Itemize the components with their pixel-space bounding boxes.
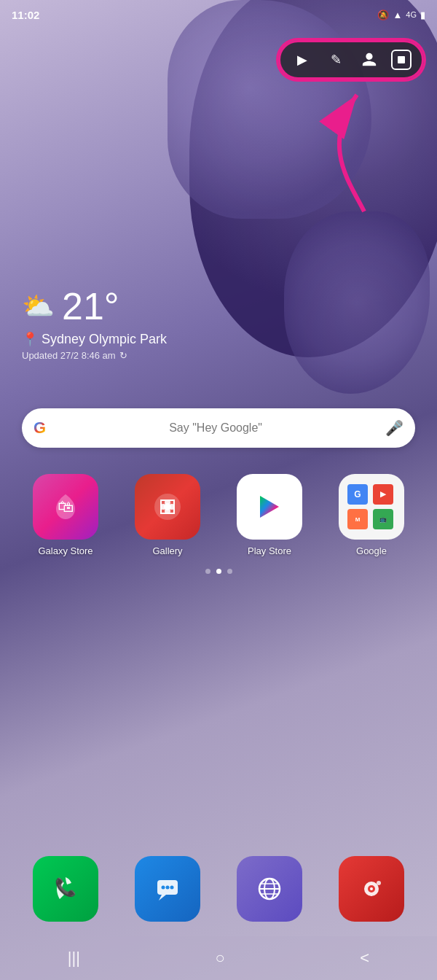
location-pin-icon: 📍	[22, 331, 38, 347]
camera-icon	[339, 856, 404, 922]
app-grid: 🛍 Galaxy Store Gallery	[0, 474, 437, 556]
toolbar-container: ▶ ✎	[278, 40, 424, 79]
google-logo: G	[34, 419, 46, 438]
recent-apps-button[interactable]: |||	[68, 949, 80, 968]
svg-point-22	[377, 881, 381, 885]
battery-icon: ▮	[420, 9, 425, 20]
edit-button[interactable]: ✎	[324, 48, 347, 71]
navigation-bar: ||| ○ <	[0, 936, 437, 980]
dock-item-internet[interactable]	[237, 856, 302, 922]
status-time: 11:02	[12, 9, 39, 21]
google-label: Google	[356, 545, 387, 556]
back-button[interactable]: <	[360, 949, 369, 968]
pink-arrow	[291, 73, 393, 222]
svg-point-7	[164, 503, 171, 510]
gallery-icon	[135, 474, 200, 540]
play-store-icon	[237, 474, 302, 540]
status-bar: 11:02 🔕 ▲ 4G ▮	[0, 0, 437, 29]
contact-button[interactable]	[358, 48, 381, 71]
weather-updated: Updated 27/2 8:46 am ↻	[22, 350, 167, 361]
dock-item-camera[interactable]	[339, 856, 404, 922]
google-search-bar[interactable]: G Say "Hey Google" 🎤	[22, 408, 415, 448]
mute-icon: 🔕	[377, 9, 389, 20]
signal-icon: 4G	[406, 10, 417, 19]
expand-button[interactable]: ▶	[291, 48, 314, 71]
svg-point-13	[170, 886, 174, 890]
dock: 📞	[0, 856, 437, 922]
app-item-google[interactable]: G ▶ M 📺 Google	[339, 474, 404, 556]
weather-widget: ⛅ 21° 📍 Sydney Olympic Park Updated 27/2…	[22, 284, 167, 361]
app-item-gallery[interactable]: Gallery	[135, 474, 200, 556]
home-button[interactable]: ○	[216, 949, 225, 968]
status-icons: 🔕 ▲ 4G ▮	[377, 9, 425, 20]
weather-temperature: 21°	[62, 284, 119, 328]
page-dot-1[interactable]	[205, 569, 210, 574]
page-dot-3[interactable]	[227, 569, 232, 574]
app-item-galaxy-store[interactable]: 🛍 Galaxy Store	[33, 474, 98, 556]
weather-location: 📍 Sydney Olympic Park	[22, 331, 167, 347]
page-dot-2[interactable]	[216, 569, 221, 574]
weather-icon: ⛅	[22, 291, 55, 322]
search-placeholder: Say "Hey Google"	[53, 421, 378, 435]
google-folder-icon: G ▶ M 📺	[339, 474, 404, 540]
galaxy-store-icon: 🛍	[33, 474, 98, 540]
page-indicators	[0, 569, 437, 574]
internet-icon	[237, 856, 302, 922]
phone-icon: 📞	[33, 856, 98, 922]
svg-point-21	[370, 887, 373, 890]
svg-text:📞: 📞	[55, 876, 76, 898]
dock-item-messages[interactable]	[135, 856, 200, 922]
play-store-label: Play Store	[248, 545, 291, 556]
toolbar-box: ▶ ✎	[278, 40, 424, 79]
app-item-play-store[interactable]: Play Store	[237, 474, 302, 556]
svg-point-12	[166, 886, 170, 890]
galaxy-store-label: Galaxy Store	[38, 545, 92, 556]
svg-point-11	[162, 886, 165, 890]
gallery-label: Gallery	[152, 545, 182, 556]
svg-marker-10	[159, 895, 166, 901]
refresh-icon: ↻	[119, 350, 127, 361]
microphone-icon[interactable]: 🎤	[385, 419, 403, 437]
messages-icon	[135, 856, 200, 922]
dock-item-phone[interactable]: 📞	[33, 856, 98, 922]
svg-text:🛍: 🛍	[58, 497, 74, 516]
wifi-icon: ▲	[393, 9, 402, 20]
stop-button[interactable]	[391, 50, 412, 70]
